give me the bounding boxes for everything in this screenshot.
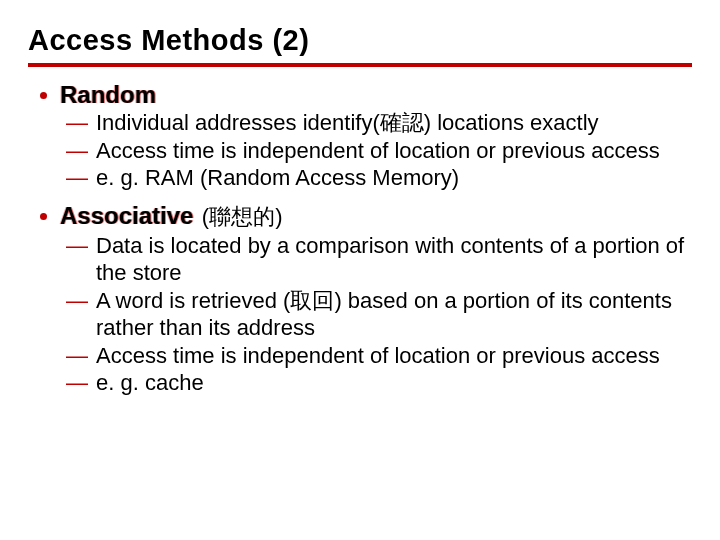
item-text: A word is retrieved (取回) based on a port… bbox=[96, 288, 672, 341]
item-text: Access time is independent of location o… bbox=[96, 138, 660, 163]
item-text: e. g. cache bbox=[96, 370, 204, 395]
dash-icon: — bbox=[66, 369, 96, 397]
item-text: Individual addresses identify(確認) locati… bbox=[96, 110, 599, 135]
dash-icon: — bbox=[66, 109, 96, 137]
bullet-annotation: (聯想的) bbox=[202, 204, 283, 229]
bullet-associative: Associative (聯想的) bbox=[28, 202, 692, 232]
slide: Access Methods (2) Random —Individual ad… bbox=[0, 0, 720, 540]
bullet-heading: Random bbox=[60, 81, 156, 108]
list-item: —Access time is independent of location … bbox=[96, 342, 692, 370]
bullet-random-items: —Individual addresses identify(確認) locat… bbox=[28, 109, 692, 192]
bullet-heading: Associative bbox=[60, 202, 193, 229]
dash-icon: — bbox=[66, 137, 96, 165]
list-item: —e. g. RAM (Random Access Memory) bbox=[96, 164, 692, 192]
list-item: —Individual addresses identify(確認) locat… bbox=[96, 109, 692, 137]
dash-icon: — bbox=[66, 342, 96, 370]
list-item: —Data is located by a comparison with co… bbox=[96, 232, 692, 287]
list-item: —Access time is independent of location … bbox=[96, 137, 692, 165]
bullet-dot-icon bbox=[40, 92, 47, 99]
item-text: Data is located by a comparison with con… bbox=[96, 233, 684, 286]
slide-title: Access Methods (2) bbox=[28, 24, 692, 57]
list-item: —A word is retrieved (取回) based on a por… bbox=[96, 287, 692, 342]
item-text: Access time is independent of location o… bbox=[96, 343, 660, 368]
item-text: e. g. RAM (Random Access Memory) bbox=[96, 165, 459, 190]
title-underline bbox=[28, 63, 692, 67]
bullet-associative-items: —Data is located by a comparison with co… bbox=[28, 232, 692, 397]
list-item: —e. g. cache bbox=[96, 369, 692, 397]
dash-icon: — bbox=[66, 287, 96, 315]
dash-icon: — bbox=[66, 232, 96, 260]
bullet-dot-icon bbox=[40, 213, 47, 220]
dash-icon: — bbox=[66, 164, 96, 192]
bullet-random: Random bbox=[28, 81, 692, 109]
